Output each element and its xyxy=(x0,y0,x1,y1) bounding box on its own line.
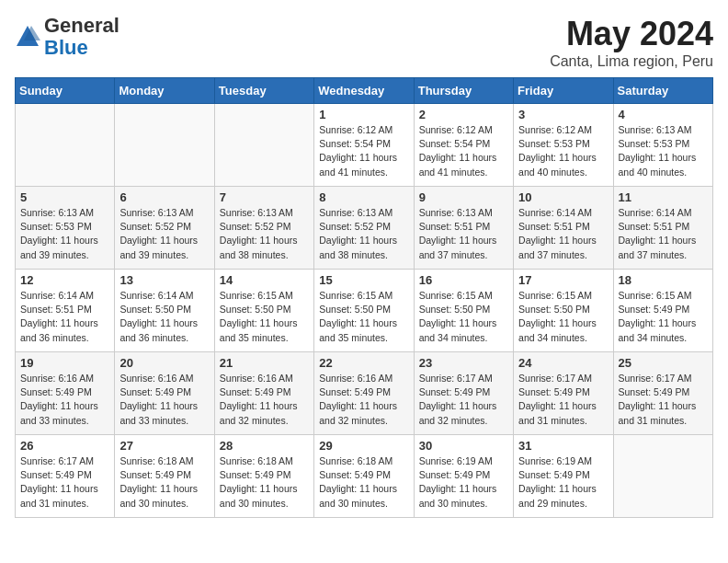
calendar-cell: 25Sunrise: 6:17 AM Sunset: 5:49 PM Dayli… xyxy=(613,352,712,435)
day-info: Sunrise: 6:15 AM Sunset: 5:50 PM Dayligh… xyxy=(220,289,309,345)
day-header-friday: Friday xyxy=(514,78,613,104)
day-info: Sunrise: 6:13 AM Sunset: 5:53 PM Dayligh… xyxy=(619,123,708,179)
day-number: 24 xyxy=(518,356,608,370)
day-info: Sunrise: 6:12 AM Sunset: 5:53 PM Dayligh… xyxy=(518,123,608,179)
logo-icon xyxy=(15,24,40,50)
day-info: Sunrise: 6:18 AM Sunset: 5:49 PM Dayligh… xyxy=(220,454,309,511)
day-info: Sunrise: 6:17 AM Sunset: 5:49 PM Dayligh… xyxy=(419,372,508,428)
day-header-sunday: Sunday xyxy=(16,78,115,104)
day-info: Sunrise: 6:17 AM Sunset: 5:49 PM Dayligh… xyxy=(20,454,109,511)
day-number: 9 xyxy=(419,190,508,204)
calendar-cell: 3Sunrise: 6:12 AM Sunset: 5:53 PM Daylig… xyxy=(514,104,613,187)
day-info: Sunrise: 6:18 AM Sunset: 5:49 PM Dayligh… xyxy=(319,454,408,511)
day-info: Sunrise: 6:14 AM Sunset: 5:51 PM Dayligh… xyxy=(619,206,708,262)
day-number: 13 xyxy=(119,273,209,287)
calendar-cell: 26Sunrise: 6:17 AM Sunset: 5:49 PM Dayli… xyxy=(16,435,115,518)
week-row-5: 26Sunrise: 6:17 AM Sunset: 5:49 PM Dayli… xyxy=(16,435,713,518)
day-info: Sunrise: 6:15 AM Sunset: 5:50 PM Dayligh… xyxy=(419,289,508,345)
day-number: 1 xyxy=(319,108,408,121)
calendar-cell: 30Sunrise: 6:19 AM Sunset: 5:49 PM Dayli… xyxy=(414,435,513,518)
day-number: 12 xyxy=(20,273,109,287)
calendar-cell: 18Sunrise: 6:15 AM Sunset: 5:49 PM Dayli… xyxy=(613,270,712,352)
day-number: 25 xyxy=(619,356,708,370)
calendar-cell: 6Sunrise: 6:13 AM Sunset: 5:52 PM Daylig… xyxy=(115,187,214,270)
calendar-cell: 29Sunrise: 6:18 AM Sunset: 5:49 PM Dayli… xyxy=(314,435,414,518)
day-number: 28 xyxy=(220,439,309,453)
day-info: Sunrise: 6:16 AM Sunset: 5:49 PM Dayligh… xyxy=(119,372,209,428)
day-number: 16 xyxy=(419,273,508,287)
calendar-cell: 12Sunrise: 6:14 AM Sunset: 5:51 PM Dayli… xyxy=(16,270,115,352)
calendar-cell: 27Sunrise: 6:18 AM Sunset: 5:49 PM Dayli… xyxy=(115,435,214,518)
day-number: 29 xyxy=(319,439,408,453)
day-header-saturday: Saturday xyxy=(613,78,712,104)
calendar-table: SundayMondayTuesdayWednesdayThursdayFrid… xyxy=(15,77,713,518)
day-number: 31 xyxy=(518,439,608,453)
day-number: 10 xyxy=(518,190,608,204)
day-info: Sunrise: 6:16 AM Sunset: 5:49 PM Dayligh… xyxy=(319,372,408,428)
calendar-cell: 5Sunrise: 6:13 AM Sunset: 5:53 PM Daylig… xyxy=(16,187,115,270)
day-info: Sunrise: 6:12 AM Sunset: 5:54 PM Dayligh… xyxy=(319,123,408,179)
day-info: Sunrise: 6:12 AM Sunset: 5:54 PM Dayligh… xyxy=(419,123,508,179)
day-number: 27 xyxy=(119,439,209,453)
week-row-1: 1Sunrise: 6:12 AM Sunset: 5:54 PM Daylig… xyxy=(16,104,713,187)
day-info: Sunrise: 6:19 AM Sunset: 5:49 PM Dayligh… xyxy=(518,454,608,511)
day-header-wednesday: Wednesday xyxy=(314,78,414,104)
calendar-cell: 17Sunrise: 6:15 AM Sunset: 5:50 PM Dayli… xyxy=(514,270,613,352)
calendar-cell: 21Sunrise: 6:16 AM Sunset: 5:49 PM Dayli… xyxy=(214,352,313,435)
calendar-body: 1Sunrise: 6:12 AM Sunset: 5:54 PM Daylig… xyxy=(16,104,713,518)
calendar-header-row: SundayMondayTuesdayWednesdayThursdayFrid… xyxy=(16,78,713,104)
month-title: May 2024 xyxy=(550,15,713,53)
day-info: Sunrise: 6:17 AM Sunset: 5:49 PM Dayligh… xyxy=(619,372,708,428)
day-info: Sunrise: 6:13 AM Sunset: 5:51 PM Dayligh… xyxy=(419,206,508,262)
logo-blue-text: Blue xyxy=(44,36,88,59)
day-number: 8 xyxy=(319,190,408,204)
calendar-cell: 1Sunrise: 6:12 AM Sunset: 5:54 PM Daylig… xyxy=(314,104,414,187)
day-number: 23 xyxy=(419,356,508,370)
day-info: Sunrise: 6:13 AM Sunset: 5:52 PM Dayligh… xyxy=(119,206,209,262)
day-info: Sunrise: 6:18 AM Sunset: 5:49 PM Dayligh… xyxy=(119,454,209,511)
day-number: 3 xyxy=(518,108,608,121)
calendar-cell: 11Sunrise: 6:14 AM Sunset: 5:51 PM Dayli… xyxy=(613,187,712,270)
title-block: May 2024 Canta, Lima region, Peru xyxy=(550,15,713,70)
day-number: 11 xyxy=(619,190,708,204)
day-number: 17 xyxy=(518,273,608,287)
calendar-cell xyxy=(613,435,712,518)
calendar-cell: 7Sunrise: 6:13 AM Sunset: 5:52 PM Daylig… xyxy=(214,187,313,270)
day-number: 26 xyxy=(20,439,109,453)
week-row-2: 5Sunrise: 6:13 AM Sunset: 5:53 PM Daylig… xyxy=(16,187,713,270)
day-header-tuesday: Tuesday xyxy=(214,78,313,104)
day-number: 14 xyxy=(220,273,309,287)
calendar-cell: 2Sunrise: 6:12 AM Sunset: 5:54 PM Daylig… xyxy=(414,104,513,187)
week-row-3: 12Sunrise: 6:14 AM Sunset: 5:51 PM Dayli… xyxy=(16,270,713,352)
day-info: Sunrise: 6:14 AM Sunset: 5:51 PM Dayligh… xyxy=(518,206,608,262)
week-row-4: 19Sunrise: 6:16 AM Sunset: 5:49 PM Dayli… xyxy=(16,352,713,435)
calendar-cell xyxy=(16,104,115,187)
calendar-cell: 28Sunrise: 6:18 AM Sunset: 5:49 PM Dayli… xyxy=(214,435,313,518)
day-header-monday: Monday xyxy=(115,78,214,104)
day-number: 5 xyxy=(20,190,109,204)
day-info: Sunrise: 6:16 AM Sunset: 5:49 PM Dayligh… xyxy=(220,372,309,428)
day-number: 2 xyxy=(419,108,508,121)
day-number: 4 xyxy=(619,108,708,121)
day-header-thursday: Thursday xyxy=(414,78,513,104)
day-info: Sunrise: 6:16 AM Sunset: 5:49 PM Dayligh… xyxy=(20,372,109,428)
calendar-cell: 23Sunrise: 6:17 AM Sunset: 5:49 PM Dayli… xyxy=(414,352,513,435)
day-info: Sunrise: 6:15 AM Sunset: 5:50 PM Dayligh… xyxy=(518,289,608,345)
day-number: 18 xyxy=(619,273,708,287)
calendar-cell xyxy=(214,104,313,187)
calendar-cell: 14Sunrise: 6:15 AM Sunset: 5:50 PM Dayli… xyxy=(214,270,313,352)
day-number: 22 xyxy=(319,356,408,370)
logo: General Blue xyxy=(15,15,119,59)
day-number: 20 xyxy=(119,356,209,370)
day-number: 15 xyxy=(319,273,408,287)
calendar-cell: 24Sunrise: 6:17 AM Sunset: 5:49 PM Dayli… xyxy=(514,352,613,435)
calendar-cell: 22Sunrise: 6:16 AM Sunset: 5:49 PM Dayli… xyxy=(314,352,414,435)
calendar-cell: 19Sunrise: 6:16 AM Sunset: 5:49 PM Dayli… xyxy=(16,352,115,435)
day-info: Sunrise: 6:13 AM Sunset: 5:52 PM Dayligh… xyxy=(319,206,408,262)
logo-general-text: General xyxy=(44,14,119,37)
day-info: Sunrise: 6:14 AM Sunset: 5:50 PM Dayligh… xyxy=(119,289,209,345)
day-info: Sunrise: 6:13 AM Sunset: 5:52 PM Dayligh… xyxy=(220,206,309,262)
day-info: Sunrise: 6:14 AM Sunset: 5:51 PM Dayligh… xyxy=(20,289,109,345)
calendar-cell: 9Sunrise: 6:13 AM Sunset: 5:51 PM Daylig… xyxy=(414,187,513,270)
calendar-cell: 10Sunrise: 6:14 AM Sunset: 5:51 PM Dayli… xyxy=(514,187,613,270)
